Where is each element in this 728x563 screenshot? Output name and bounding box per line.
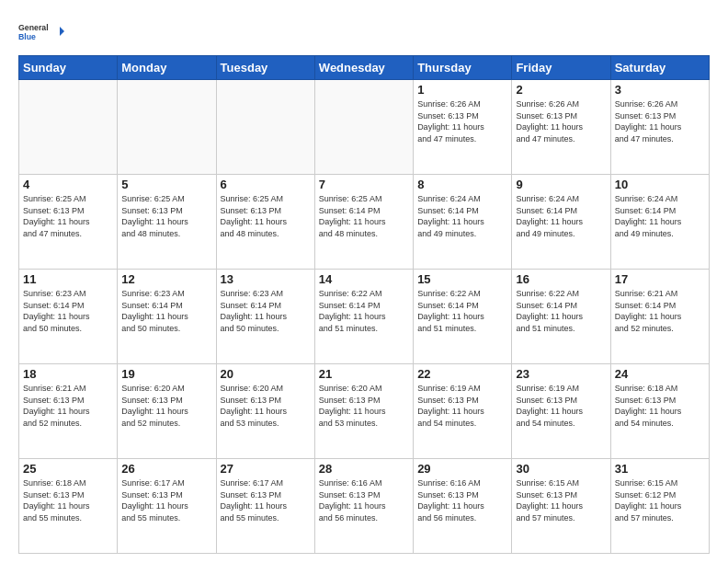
calendar-day-cell: 3Sunrise: 6:26 AM Sunset: 6:13 PM Daylig…	[610, 80, 709, 175]
day-info: Sunrise: 6:25 AM Sunset: 6:14 PM Dayligh…	[319, 193, 409, 239]
day-info: Sunrise: 6:17 AM Sunset: 6:13 PM Dayligh…	[221, 477, 311, 523]
calendar-day-cell	[216, 80, 314, 175]
day-number: 27	[221, 462, 311, 476]
day-info: Sunrise: 6:20 AM Sunset: 6:13 PM Dayligh…	[319, 383, 409, 429]
day-number: 30	[516, 462, 606, 476]
calendar-day-cell: 28Sunrise: 6:16 AM Sunset: 6:13 PM Dayli…	[314, 459, 413, 554]
day-info: Sunrise: 6:26 AM Sunset: 6:13 PM Dayligh…	[516, 98, 606, 144]
svg-text:General: General	[18, 23, 49, 32]
calendar-day-cell: 16Sunrise: 6:22 AM Sunset: 6:14 PM Dayli…	[512, 270, 610, 364]
day-info: Sunrise: 6:18 AM Sunset: 6:13 PM Dayligh…	[23, 477, 113, 523]
day-info: Sunrise: 6:18 AM Sunset: 6:13 PM Dayligh…	[615, 383, 705, 429]
day-info: Sunrise: 6:25 AM Sunset: 6:13 PM Dayligh…	[121, 193, 211, 239]
day-info: Sunrise: 6:24 AM Sunset: 6:14 PM Dayligh…	[615, 193, 705, 239]
day-info: Sunrise: 6:16 AM Sunset: 6:13 PM Dayligh…	[319, 477, 409, 523]
calendar-day-cell: 29Sunrise: 6:16 AM Sunset: 6:13 PM Dayli…	[414, 459, 512, 554]
calendar-week-row: 11Sunrise: 6:23 AM Sunset: 6:14 PM Dayli…	[19, 270, 710, 364]
day-info: Sunrise: 6:26 AM Sunset: 6:13 PM Dayligh…	[417, 98, 507, 144]
day-number: 18	[23, 367, 113, 381]
day-info: Sunrise: 6:22 AM Sunset: 6:14 PM Dayligh…	[417, 288, 507, 334]
generalblue-logo-icon: General Blue	[18, 15, 64, 48]
day-info: Sunrise: 6:15 AM Sunset: 6:12 PM Dayligh…	[615, 477, 705, 523]
day-number: 10	[615, 178, 705, 191]
svg-marker-2	[60, 27, 64, 36]
weekday-header-cell: Friday	[512, 56, 610, 80]
calendar-week-row: 1Sunrise: 6:26 AM Sunset: 6:13 PM Daylig…	[19, 80, 710, 175]
day-number: 2	[516, 83, 606, 97]
calendar-day-cell: 20Sunrise: 6:20 AM Sunset: 6:13 PM Dayli…	[216, 364, 314, 459]
day-info: Sunrise: 6:15 AM Sunset: 6:13 PM Dayligh…	[516, 477, 606, 523]
calendar-day-cell	[19, 80, 118, 175]
day-info: Sunrise: 6:26 AM Sunset: 6:13 PM Dayligh…	[615, 98, 705, 144]
weekday-header-row: SundayMondayTuesdayWednesdayThursdayFrid…	[19, 56, 710, 80]
day-info: Sunrise: 6:23 AM Sunset: 6:14 PM Dayligh…	[23, 288, 113, 334]
svg-text:Blue: Blue	[18, 32, 36, 41]
day-info: Sunrise: 6:21 AM Sunset: 6:13 PM Dayligh…	[23, 383, 113, 429]
calendar-day-cell	[314, 80, 413, 175]
day-number: 4	[23, 178, 113, 191]
day-info: Sunrise: 6:23 AM Sunset: 6:14 PM Dayligh…	[221, 288, 311, 334]
day-info: Sunrise: 6:25 AM Sunset: 6:13 PM Dayligh…	[23, 193, 113, 239]
calendar-day-cell	[118, 80, 216, 175]
weekday-header-cell: Sunday	[19, 56, 118, 80]
day-number: 26	[121, 462, 211, 476]
day-info: Sunrise: 6:17 AM Sunset: 6:13 PM Dayligh…	[121, 477, 211, 523]
day-number: 6	[221, 178, 311, 191]
calendar-day-cell: 5Sunrise: 6:25 AM Sunset: 6:13 PM Daylig…	[118, 175, 216, 270]
calendar-day-cell: 31Sunrise: 6:15 AM Sunset: 6:12 PM Dayli…	[610, 459, 709, 554]
calendar-day-cell: 8Sunrise: 6:24 AM Sunset: 6:14 PM Daylig…	[414, 175, 512, 270]
calendar-day-cell: 24Sunrise: 6:18 AM Sunset: 6:13 PM Dayli…	[610, 364, 709, 459]
weekday-header-cell: Wednesday	[314, 56, 413, 80]
day-info: Sunrise: 6:19 AM Sunset: 6:13 PM Dayligh…	[417, 383, 507, 429]
calendar-day-cell: 10Sunrise: 6:24 AM Sunset: 6:14 PM Dayli…	[610, 175, 709, 270]
calendar-day-cell: 26Sunrise: 6:17 AM Sunset: 6:13 PM Dayli…	[118, 459, 216, 554]
calendar-day-cell: 25Sunrise: 6:18 AM Sunset: 6:13 PM Dayli…	[19, 459, 118, 554]
calendar-day-cell: 17Sunrise: 6:21 AM Sunset: 6:14 PM Dayli…	[610, 270, 709, 364]
day-number: 5	[121, 178, 211, 191]
page: General Blue SundayMondayTuesdayWednesda…	[0, 0, 728, 563]
calendar-day-cell: 27Sunrise: 6:17 AM Sunset: 6:13 PM Dayli…	[216, 459, 314, 554]
day-number: 12	[121, 272, 211, 286]
day-number: 13	[221, 272, 311, 286]
day-info: Sunrise: 6:20 AM Sunset: 6:13 PM Dayligh…	[121, 383, 211, 429]
day-number: 28	[319, 462, 409, 476]
day-number: 23	[516, 367, 606, 381]
calendar-day-cell: 19Sunrise: 6:20 AM Sunset: 6:13 PM Dayli…	[118, 364, 216, 459]
day-number: 21	[319, 367, 409, 381]
day-info: Sunrise: 6:20 AM Sunset: 6:13 PM Dayligh…	[221, 383, 311, 429]
calendar-day-cell: 22Sunrise: 6:19 AM Sunset: 6:13 PM Dayli…	[414, 364, 512, 459]
day-number: 9	[516, 178, 606, 191]
calendar-day-cell: 13Sunrise: 6:23 AM Sunset: 6:14 PM Dayli…	[216, 270, 314, 364]
day-info: Sunrise: 6:25 AM Sunset: 6:13 PM Dayligh…	[221, 193, 311, 239]
calendar-week-row: 4Sunrise: 6:25 AM Sunset: 6:13 PM Daylig…	[19, 175, 710, 270]
calendar-day-cell: 2Sunrise: 6:26 AM Sunset: 6:13 PM Daylig…	[512, 80, 610, 175]
day-number: 8	[417, 178, 507, 191]
calendar-day-cell: 14Sunrise: 6:22 AM Sunset: 6:14 PM Dayli…	[314, 270, 413, 364]
day-number: 1	[417, 83, 507, 97]
day-number: 29	[417, 462, 507, 476]
calendar-day-cell: 30Sunrise: 6:15 AM Sunset: 6:13 PM Dayli…	[512, 459, 610, 554]
day-number: 24	[615, 367, 705, 381]
calendar-day-cell: 1Sunrise: 6:26 AM Sunset: 6:13 PM Daylig…	[414, 80, 512, 175]
day-number: 17	[615, 272, 705, 286]
calendar-week-row: 18Sunrise: 6:21 AM Sunset: 6:13 PM Dayli…	[19, 364, 710, 459]
day-number: 7	[319, 178, 409, 191]
calendar-day-cell: 11Sunrise: 6:23 AM Sunset: 6:14 PM Dayli…	[19, 270, 118, 364]
header: General Blue	[18, 15, 710, 48]
calendar-day-cell: 21Sunrise: 6:20 AM Sunset: 6:13 PM Dayli…	[314, 364, 413, 459]
day-number: 3	[615, 83, 705, 97]
logo: General Blue	[18, 15, 64, 48]
day-info: Sunrise: 6:16 AM Sunset: 6:13 PM Dayligh…	[417, 477, 507, 523]
day-number: 16	[516, 272, 606, 286]
weekday-header-cell: Thursday	[414, 56, 512, 80]
calendar-day-cell: 7Sunrise: 6:25 AM Sunset: 6:14 PM Daylig…	[314, 175, 413, 270]
day-info: Sunrise: 6:23 AM Sunset: 6:14 PM Dayligh…	[121, 288, 211, 334]
calendar-week-row: 25Sunrise: 6:18 AM Sunset: 6:13 PM Dayli…	[19, 459, 710, 554]
weekday-header-cell: Saturday	[610, 56, 709, 80]
day-number: 15	[417, 272, 507, 286]
day-number: 22	[417, 367, 507, 381]
day-info: Sunrise: 6:22 AM Sunset: 6:14 PM Dayligh…	[516, 288, 606, 334]
day-info: Sunrise: 6:21 AM Sunset: 6:14 PM Dayligh…	[615, 288, 705, 334]
day-number: 31	[615, 462, 705, 476]
calendar-day-cell: 9Sunrise: 6:24 AM Sunset: 6:14 PM Daylig…	[512, 175, 610, 270]
